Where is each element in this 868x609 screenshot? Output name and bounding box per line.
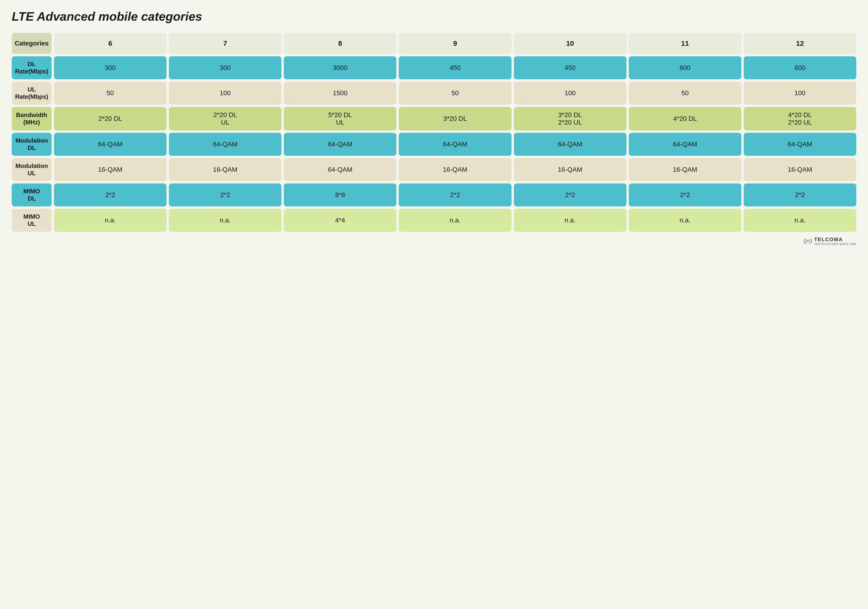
cell-row2-col0: 2*20 DL: [54, 107, 166, 130]
cell-row2-col5: 4*20 DL: [629, 107, 741, 130]
cell-row5-col1: 2*2: [169, 183, 281, 207]
cell-row5-col4: 2*2: [514, 183, 626, 207]
cell-row4-col1: 16-QAM: [169, 158, 281, 181]
cell-row6-col6: n.a.: [744, 209, 856, 232]
cell-row6-col2: 4*4: [284, 209, 396, 232]
cell-row0-col0: 300: [54, 56, 166, 79]
header-col-6: 6: [54, 33, 166, 54]
row-label-3: Modulation DL: [12, 133, 51, 156]
row-label-0: DL Rate(Mbps): [12, 56, 51, 79]
cell-row2-col4: 3*20 DL 2*20 UL: [514, 107, 626, 130]
cell-row6-col5: n.a.: [629, 209, 741, 232]
cell-row4-col4: 16-QAM: [514, 158, 626, 181]
cell-row4-col2: 64-QAM: [284, 158, 396, 181]
cell-row5-col5: 2*2: [629, 183, 741, 207]
footer: ((•)) TELCOMA CERTIFICATIONS SINCE 2009: [12, 236, 856, 245]
logo-waves-icon: ((•)): [803, 238, 812, 244]
row-label-1: UL Rate(Mbps): [12, 82, 51, 105]
cell-row1-col3: 50: [399, 82, 511, 105]
cell-row4-col5: 16-QAM: [629, 158, 741, 181]
cell-row0-col1: 300: [169, 56, 281, 79]
header-col-12: 12: [744, 33, 856, 54]
cell-row2-col6: 4*20 DL 2*20 UL: [744, 107, 856, 130]
cell-row6-col0: n.a.: [54, 209, 166, 232]
cell-row1-col2: 1500: [284, 82, 396, 105]
cell-row0-col5: 600: [629, 56, 741, 79]
cell-row3-col3: 64-QAM: [399, 133, 511, 156]
cell-row0-col6: 600: [744, 56, 856, 79]
cell-row2-col1: 2*20 DL UL: [169, 107, 281, 130]
row-label-4: Modulation UL: [12, 158, 51, 181]
cell-row1-col1: 100: [169, 82, 281, 105]
page-container: LTE Advanced mobile categories Categorie…: [12, 9, 856, 245]
cell-row4-col3: 16-QAM: [399, 158, 511, 181]
cell-row5-col2: 8*8: [284, 183, 396, 207]
cell-row1-col4: 100: [514, 82, 626, 105]
header-col-7: 7: [169, 33, 281, 54]
header-col-10: 10: [514, 33, 626, 54]
header-col-8: 8: [284, 33, 396, 54]
cell-row1-col0: 50: [54, 82, 166, 105]
cell-row3-col2: 64-QAM: [284, 133, 396, 156]
logo-sub: CERTIFICATIONS SINCE 2009: [814, 242, 856, 245]
cell-row3-col6: 64-QAM: [744, 133, 856, 156]
cell-row3-col1: 64-QAM: [169, 133, 281, 156]
cell-row1-col5: 50: [629, 82, 741, 105]
cell-row0-col2: 3000: [284, 56, 396, 79]
telcoma-logo: ((•)) TELCOMA CERTIFICATIONS SINCE 2009: [803, 236, 856, 245]
cell-row4-col0: 16-QAM: [54, 158, 166, 181]
cell-row0-col3: 450: [399, 56, 511, 79]
cell-row0-col4: 450: [514, 56, 626, 79]
cell-row3-col0: 64-QAM: [54, 133, 166, 156]
header-categories-label: Categories: [12, 33, 51, 54]
cell-row6-col3: n.a.: [399, 209, 511, 232]
cell-row2-col2: 5*20 DL UL: [284, 107, 396, 130]
data-grid: Categories6789101112DL Rate(Mbps)3003003…: [12, 33, 856, 232]
page-title: LTE Advanced mobile categories: [12, 9, 856, 23]
cell-row3-col5: 64-QAM: [629, 133, 741, 156]
cell-row1-col6: 100: [744, 82, 856, 105]
row-label-6: MIMO UL: [12, 209, 51, 232]
cell-row4-col6: 16-QAM: [744, 158, 856, 181]
cell-row2-col3: 3*20 DL: [399, 107, 511, 130]
cell-row5-col6: 2*2: [744, 183, 856, 207]
cell-row5-col0: 2*2: [54, 183, 166, 207]
row-label-2: Bandwidth (MHz): [12, 107, 51, 130]
row-label-5: MIMO DL: [12, 183, 51, 207]
cell-row6-col4: n.a.: [514, 209, 626, 232]
table-wrapper: Categories6789101112DL Rate(Mbps)3003003…: [12, 33, 856, 232]
logo-name: TELCOMA: [814, 236, 843, 242]
header-col-9: 9: [399, 33, 511, 54]
cell-row5-col3: 2*2: [399, 183, 511, 207]
cell-row6-col1: n.a.: [169, 209, 281, 232]
cell-row3-col4: 64-QAM: [514, 133, 626, 156]
header-col-11: 11: [629, 33, 741, 54]
